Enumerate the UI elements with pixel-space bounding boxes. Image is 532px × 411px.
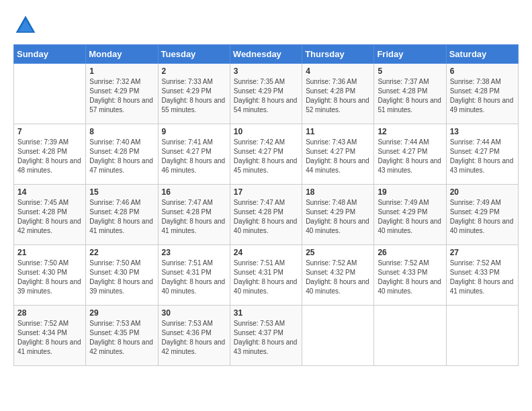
day-info: Sunrise: 7:51 AMSunset: 4:31 PMDaylight:… — [162, 259, 226, 296]
logo — [13, 13, 42, 38]
day-number: 10 — [234, 127, 298, 136]
header-row: SundayMondayTuesdayWednesdayThursdayFrid… — [14, 45, 519, 64]
calendar-cell: 8 Sunrise: 7:40 AMSunset: 4:28 PMDayligh… — [86, 124, 158, 185]
calendar-cell: 7 Sunrise: 7:39 AMSunset: 4:28 PMDayligh… — [14, 124, 86, 185]
calendar-cell: 23 Sunrise: 7:51 AMSunset: 4:31 PMDaylig… — [158, 245, 230, 306]
day-info: Sunrise: 7:40 AMSunset: 4:28 PMDaylight:… — [89, 138, 154, 175]
day-number: 11 — [306, 127, 370, 136]
calendar-cell: 21 Sunrise: 7:50 AMSunset: 4:30 PMDaylig… — [14, 245, 86, 306]
day-info: Sunrise: 7:41 AMSunset: 4:27 PMDaylight:… — [162, 138, 226, 175]
calendar-cell: 26 Sunrise: 7:52 AMSunset: 4:33 PMDaylig… — [374, 245, 446, 306]
day-number: 22 — [89, 248, 154, 257]
calendar-cell — [14, 64, 86, 124]
day-number: 30 — [162, 308, 226, 318]
calendar-cell: 25 Sunrise: 7:52 AMSunset: 4:32 PMDaylig… — [302, 245, 374, 306]
day-number: 29 — [89, 308, 154, 318]
day-info: Sunrise: 7:38 AMSunset: 4:28 PMDaylight:… — [450, 77, 515, 115]
day-number: 14 — [17, 187, 82, 197]
day-info: Sunrise: 7:42 AMSunset: 4:27 PMDaylight:… — [234, 138, 298, 175]
header-day-thursday: Thursday — [302, 45, 374, 64]
calendar-body: 1 Sunrise: 7:32 AMSunset: 4:29 PMDayligh… — [14, 64, 519, 366]
calendar-cell: 12 Sunrise: 7:44 AMSunset: 4:27 PMDaylig… — [374, 124, 446, 185]
calendar-cell: 18 Sunrise: 7:48 AMSunset: 4:29 PMDaylig… — [302, 185, 374, 245]
calendar-cell: 16 Sunrise: 7:47 AMSunset: 4:28 PMDaylig… — [158, 185, 230, 245]
day-info: Sunrise: 7:32 AMSunset: 4:29 PMDaylight:… — [89, 77, 154, 115]
day-number: 17 — [234, 187, 298, 197]
day-info: Sunrise: 7:44 AMSunset: 4:27 PMDaylight:… — [450, 138, 515, 175]
calendar-cell — [446, 306, 518, 366]
day-number: 9 — [162, 127, 226, 136]
calendar-table: SundayMondayTuesdayWednesdayThursdayFrid… — [13, 44, 519, 366]
day-number: 2 — [162, 66, 226, 76]
calendar-cell: 24 Sunrise: 7:51 AMSunset: 4:31 PMDaylig… — [230, 245, 302, 306]
day-number: 6 — [450, 66, 515, 76]
header-day-saturday: Saturday — [446, 45, 518, 64]
day-info: Sunrise: 7:49 AMSunset: 4:29 PMDaylight:… — [378, 198, 442, 236]
calendar-cell: 31 Sunrise: 7:53 AMSunset: 4:37 PMDaylig… — [230, 306, 302, 366]
day-number: 18 — [306, 187, 370, 197]
day-info: Sunrise: 7:50 AMSunset: 4:30 PMDaylight:… — [89, 259, 154, 296]
day-info: Sunrise: 7:36 AMSunset: 4:28 PMDaylight:… — [306, 77, 370, 115]
day-info: Sunrise: 7:53 AMSunset: 4:36 PMDaylight:… — [162, 319, 226, 357]
header-day-tuesday: Tuesday — [158, 45, 230, 64]
day-info: Sunrise: 7:52 AMSunset: 4:32 PMDaylight:… — [306, 259, 370, 296]
day-number: 5 — [378, 66, 442, 76]
calendar-week-2: 7 Sunrise: 7:39 AMSunset: 4:28 PMDayligh… — [14, 124, 519, 185]
day-number: 19 — [378, 187, 442, 197]
calendar-cell: 3 Sunrise: 7:35 AMSunset: 4:29 PMDayligh… — [230, 64, 302, 124]
calendar-week-4: 21 Sunrise: 7:50 AMSunset: 4:30 PMDaylig… — [14, 245, 519, 306]
day-info: Sunrise: 7:50 AMSunset: 4:30 PMDaylight:… — [17, 259, 82, 296]
day-info: Sunrise: 7:47 AMSunset: 4:28 PMDaylight:… — [234, 198, 298, 236]
calendar-cell: 28 Sunrise: 7:52 AMSunset: 4:34 PMDaylig… — [14, 306, 86, 366]
page-header — [13, 13, 519, 38]
day-number: 7 — [17, 127, 82, 136]
day-number: 21 — [17, 248, 82, 257]
calendar-cell: 4 Sunrise: 7:36 AMSunset: 4:28 PMDayligh… — [302, 64, 374, 124]
day-number: 31 — [234, 308, 298, 318]
calendar-cell: 17 Sunrise: 7:47 AMSunset: 4:28 PMDaylig… — [230, 185, 302, 245]
day-number: 8 — [89, 127, 154, 136]
calendar-cell — [302, 306, 374, 366]
day-number: 26 — [378, 248, 442, 257]
header-day-monday: Monday — [86, 45, 158, 64]
day-number: 3 — [234, 66, 298, 76]
logo-icon — [13, 13, 38, 38]
day-number: 16 — [162, 187, 226, 197]
day-number: 13 — [450, 127, 515, 136]
calendar-cell: 27 Sunrise: 7:52 AMSunset: 4:33 PMDaylig… — [446, 245, 518, 306]
day-info: Sunrise: 7:49 AMSunset: 4:29 PMDaylight:… — [450, 198, 515, 236]
day-number: 12 — [378, 127, 442, 136]
header-day-friday: Friday — [374, 45, 446, 64]
day-info: Sunrise: 7:52 AMSunset: 4:33 PMDaylight:… — [450, 259, 515, 296]
day-info: Sunrise: 7:53 AMSunset: 4:37 PMDaylight:… — [234, 319, 298, 357]
calendar-cell: 6 Sunrise: 7:38 AMSunset: 4:28 PMDayligh… — [446, 64, 518, 124]
calendar-cell: 14 Sunrise: 7:45 AMSunset: 4:28 PMDaylig… — [14, 185, 86, 245]
calendar-cell: 22 Sunrise: 7:50 AMSunset: 4:30 PMDaylig… — [86, 245, 158, 306]
calendar-cell: 11 Sunrise: 7:43 AMSunset: 4:27 PMDaylig… — [302, 124, 374, 185]
day-info: Sunrise: 7:45 AMSunset: 4:28 PMDaylight:… — [17, 198, 82, 236]
day-info: Sunrise: 7:47 AMSunset: 4:28 PMDaylight:… — [162, 198, 226, 236]
day-info: Sunrise: 7:44 AMSunset: 4:27 PMDaylight:… — [378, 138, 442, 175]
day-number: 24 — [234, 248, 298, 257]
calendar-cell: 5 Sunrise: 7:37 AMSunset: 4:28 PMDayligh… — [374, 64, 446, 124]
day-number: 15 — [89, 187, 154, 197]
calendar-cell: 29 Sunrise: 7:53 AMSunset: 4:35 PMDaylig… — [86, 306, 158, 366]
day-info: Sunrise: 7:51 AMSunset: 4:31 PMDaylight:… — [234, 259, 298, 296]
header-day-sunday: Sunday — [14, 45, 86, 64]
day-info: Sunrise: 7:35 AMSunset: 4:29 PMDaylight:… — [234, 77, 298, 115]
calendar-cell: 1 Sunrise: 7:32 AMSunset: 4:29 PMDayligh… — [86, 64, 158, 124]
day-number: 1 — [89, 66, 154, 76]
day-number: 25 — [306, 248, 370, 257]
day-info: Sunrise: 7:46 AMSunset: 4:28 PMDaylight:… — [89, 198, 154, 236]
day-number: 4 — [306, 66, 370, 76]
day-number: 23 — [162, 248, 226, 257]
header-day-wednesday: Wednesday — [230, 45, 302, 64]
calendar-cell: 10 Sunrise: 7:42 AMSunset: 4:27 PMDaylig… — [230, 124, 302, 185]
calendar-cell — [374, 306, 446, 366]
calendar-cell: 19 Sunrise: 7:49 AMSunset: 4:29 PMDaylig… — [374, 185, 446, 245]
calendar-cell: 20 Sunrise: 7:49 AMSunset: 4:29 PMDaylig… — [446, 185, 518, 245]
calendar-week-5: 28 Sunrise: 7:52 AMSunset: 4:34 PMDaylig… — [14, 306, 519, 366]
day-info: Sunrise: 7:52 AMSunset: 4:33 PMDaylight:… — [378, 259, 442, 296]
day-number: 28 — [17, 308, 82, 318]
calendar-cell: 30 Sunrise: 7:53 AMSunset: 4:36 PMDaylig… — [158, 306, 230, 366]
